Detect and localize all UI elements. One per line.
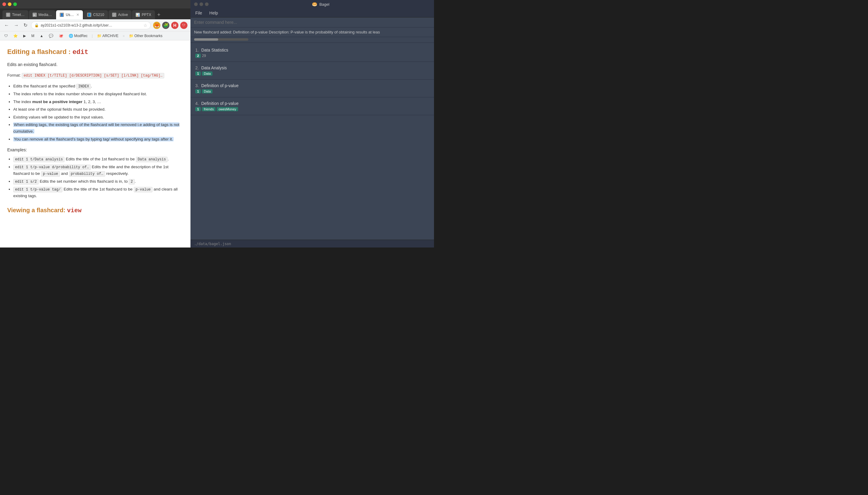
list-item: The index must be a positive integer 1, … [13,99,183,105]
extension-icon-3[interactable]: H [171,22,178,29]
bookmark-github[interactable]: 🐙 [57,33,65,39]
bagel-menu-bar: File Help [190,8,434,17]
flashcard-item-4[interactable]: 4. Definition of p-value 1 friends owesM… [190,97,434,115]
scroll-indicator [190,37,434,43]
bookmark-whatsapp[interactable]: 💬 [47,33,55,39]
flashcard-item-3[interactable]: 3. Definition of p-value 1 Data [190,80,434,97]
bagel-panel: 🥯 Bagel File Help New flashcard added: D… [190,0,434,248]
page-description: Edits an existing flashcard. [7,61,183,68]
maximize-button[interactable] [13,2,17,6]
status-bar: ./data/bagel.json [190,240,434,248]
bookmarks-bar: 🛡 ⭐ ▶ M ▲ 💬 🐙 🌐 ModRec | 📁 ARCHIVE » 📁 O… [0,31,190,40]
page-subtitle: Viewing a flashcard: view [7,205,183,216]
scroll-thumb[interactable] [194,38,218,41]
bookmark-norton[interactable]: 🛡 [2,33,10,39]
menu-file[interactable]: File [194,10,204,16]
menu-help[interactable]: Help [208,10,220,16]
address-bar: ← → ↻ 🔒 ay2021s1-cs2103t-w13-2.github.io… [0,19,190,31]
bagel-minimize-button[interactable] [199,2,203,6]
flashcard-title: Definition of p-value [201,101,239,106]
flashcard-index: 2. [195,65,199,70]
bookmark-star2[interactable]: ⭐ [12,33,20,39]
browser-toolbar-icons: 🦊 🧩 H 🛡 [153,22,188,29]
command-area [190,17,434,28]
tab-favicon: 👤 [60,13,64,17]
tab-label: Active [118,13,128,17]
scroll-track[interactable] [194,38,248,41]
browser-title-bar [0,0,190,8]
bagel-app-title: 🥯 Bagel [211,2,430,7]
list-item: Edits the flashcard at the specified IND… [13,83,183,89]
tab-timetable[interactable]: 🗓 Timet… [2,10,28,19]
page-title: Editing a flashcard : edit [7,47,183,57]
reload-button[interactable]: ↻ [22,22,29,29]
url-box[interactable]: 🔒 ay2021s1-cs2103t-w13-2.github.io/tp/Us… [31,21,151,29]
bagel-close-button[interactable] [194,2,198,6]
flashcard-meta: 1 Data [195,89,429,93]
bookmark-drive[interactable]: ▲ [38,33,45,39]
minimize-button[interactable] [8,2,12,6]
list-item: Existing values will be updated to the i… [13,114,183,121]
bagel-maximize-button[interactable] [205,2,209,6]
tab-media[interactable]: ▶ Media… [29,10,56,19]
flashcard-badge: 1 [195,107,201,111]
flashcard-meta: 1 Data [195,71,429,76]
flashcard-badge: 2 [195,54,201,58]
page-content: Editing a flashcard : edit Edits an exis… [0,40,190,248]
output-message: New flashcard added: Definition of p-val… [190,28,434,37]
list-item-highlighted-1: When editing tags, the existing tags of … [13,121,183,134]
tab-favicon: 📘 [87,13,91,17]
tab-label: PPTX [142,13,151,17]
flashcard-badge: 1 [195,89,201,93]
bookmark-youtube[interactable]: ▶ [21,33,28,39]
flashcard-index: 3. [195,83,199,88]
bagel-title-bar: 🥯 Bagel [190,0,434,8]
list-item: At least one of the optional fields must… [13,106,183,113]
code-index: INDEX [76,84,91,89]
tab-favicon: ▶ [33,13,37,17]
examples-label: Examples: [7,147,183,153]
tab-close-icon[interactable]: ✕ [76,13,79,17]
flashcard-title: Data Analysis [201,65,227,70]
bookmark-separator-2: » [123,34,125,38]
url-text: ay2021s1-cs2103t-w13-2.github.io/tp/User… [41,23,142,28]
bookmark-gmail[interactable]: M [30,33,36,39]
tab-label: Us… [66,13,74,17]
tab-pptx[interactable]: 📊 PPTX [132,10,155,19]
flashcard-item-2[interactable]: 2. Data Analysis 1 Data [190,62,434,80]
flashcard-meta: 2 29 [195,54,429,58]
tab-label: CS210 [93,13,104,17]
flashcard-title: Data Statistics [201,48,228,52]
tab-favicon: ✓ [112,13,116,17]
bookmark-other[interactable]: 📁 Other Bookmarks [127,33,164,39]
bookmark-separator: | [92,34,93,38]
tab-users[interactable]: 👤 Us… ✕ [56,10,83,19]
bookmark-modrec[interactable]: 🌐 ModRec [67,33,89,39]
close-button[interactable] [2,2,6,6]
extension-icon-4[interactable]: 🛡 [180,22,188,29]
status-text: ./data/bagel.json [194,242,231,246]
tab-active[interactable]: ✓ Active [108,10,132,19]
example-item-1: edit 1 t/Data analysis Edits the title o… [13,156,183,163]
bookmark-archive[interactable]: 📁 ARCHIVE [95,33,120,39]
new-tab-button[interactable]: + [156,12,162,18]
flashcard-count: 29 [202,54,206,58]
flashcard-title-row: 3. Definition of p-value [195,83,429,88]
extension-icon-2[interactable]: 🧩 [162,22,169,29]
back-button[interactable]: ← [3,22,10,29]
extension-icon-1[interactable]: 🦊 [153,22,160,29]
list-item-highlighted-2: You can remove all the flashcard's tags … [13,136,183,142]
flashcard-list: 1. Data Statistics 2 29 2. Data Analysis… [190,43,434,240]
flashcard-title-row: 1. Data Statistics [195,48,429,52]
forward-button[interactable]: → [13,22,20,29]
flashcard-tag-friends: friends [202,107,215,111]
browser-panel: 🗓 Timet… ▶ Media… 👤 Us… ✕ 📘 CS210 ✓ Acti… [0,0,190,248]
flashcard-tag: Data [202,89,212,93]
command-input[interactable] [194,20,430,25]
bookmark-star-icon[interactable]: ☆ [143,23,147,28]
example-item-4: edit 1 t/p-value tag/ Edits the title of… [13,186,183,199]
list-item: The index refers to the index number sho… [13,91,183,97]
tab-cs210[interactable]: 📘 CS210 [84,10,108,19]
flashcard-index: 4. [195,101,199,106]
flashcard-item-1[interactable]: 1. Data Statistics 2 29 [190,44,434,62]
